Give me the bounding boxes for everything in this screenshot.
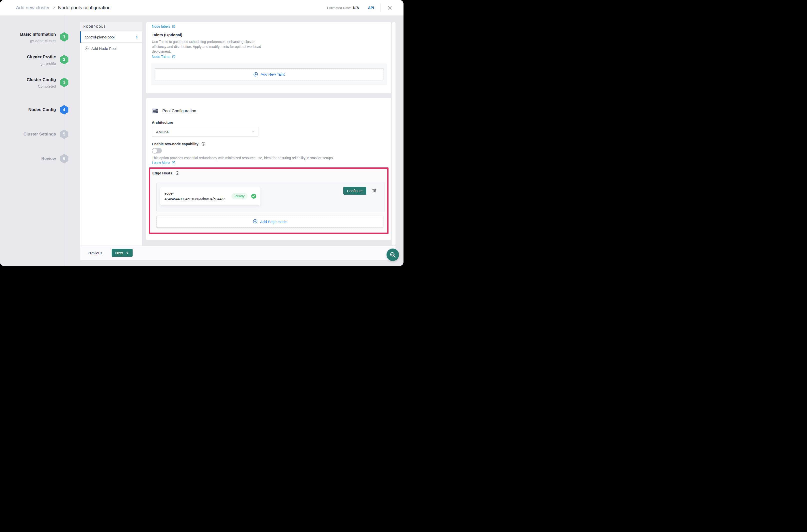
- two-node-label: Enable two-node capability: [152, 142, 199, 146]
- taints-heading: Taints (Optional): [152, 33, 182, 37]
- info-icon[interactable]: [175, 171, 180, 175]
- external-link-icon: [172, 25, 176, 28]
- taints-list-zone: Add New Taint: [151, 63, 387, 86]
- next-button[interactable]: Next: [112, 249, 133, 257]
- stepper-step-review[interactable]: Review: [0, 156, 56, 161]
- chevron-right-icon: [134, 35, 139, 39]
- info-icon[interactable]: [201, 142, 205, 146]
- breadcrumb-separator: >: [53, 5, 55, 10]
- step-title: Cluster Config: [0, 77, 56, 82]
- stepper-step-cluster-settings[interactable]: Cluster Settings: [0, 132, 56, 137]
- add-node-pool-button[interactable]: Add Node Pool: [80, 43, 142, 54]
- header-actions: Estimated Rate: N/A API: [327, 3, 403, 12]
- step-title: Nodes Config: [0, 107, 56, 112]
- architecture-value: AMD64: [152, 130, 168, 134]
- external-link-icon: [172, 55, 176, 58]
- nodepools-header: NODEPOOLS: [80, 22, 142, 32]
- pool-configuration-header: Pool Configuration: [152, 108, 196, 114]
- server-stack-icon: [152, 108, 159, 114]
- learn-more-label: Learn More: [152, 161, 170, 165]
- status-badge: Ready: [232, 193, 247, 200]
- node-taints-link[interactable]: Node Taints: [152, 55, 176, 59]
- edge-hosts-highlight-zone: Edge Hosts edge-4c4c4544003450108033b6c0…: [149, 167, 388, 234]
- close-icon[interactable]: [387, 5, 392, 11]
- step-title: Review: [0, 156, 56, 161]
- plus-circle-icon: [253, 219, 258, 225]
- step-hexagon-1: 1: [60, 32, 69, 42]
- step-hexagon-2: 2: [60, 55, 69, 64]
- step-title: Cluster Settings: [0, 132, 56, 137]
- edge-hosts-list: edge-4c4c4544003450108033b6c04f504432 Re…: [156, 182, 385, 212]
- node-taints-link-label: Node Taints: [152, 55, 170, 59]
- edge-host-name: edge-4c4c4544003450108033b6c04f504432: [165, 191, 231, 202]
- stepper-step-cluster-profile[interactable]: Cluster Profile gs-profile: [0, 54, 56, 66]
- stepper-step-nodes-config[interactable]: Nodes Config: [0, 107, 56, 112]
- step-hexagon-4: 4: [60, 105, 69, 115]
- add-node-pool-label: Add Node Pool: [91, 46, 116, 51]
- step-hexagon-3: 3: [60, 78, 69, 87]
- node-labels-link-label: Node labels: [152, 24, 170, 28]
- add-edge-hosts-label: Add Edge Hosts: [260, 220, 287, 224]
- header-divider: [381, 3, 381, 12]
- previous-button[interactable]: Previous: [88, 251, 102, 255]
- trash-icon[interactable]: [372, 188, 377, 193]
- learn-more-link[interactable]: Learn More: [152, 161, 175, 165]
- stepper-line: [64, 16, 65, 266]
- edge-hosts-label-row: Edge Hosts: [152, 171, 180, 175]
- edge-host-card[interactable]: edge-4c4c4544003450108033b6c04f504432 Re…: [160, 187, 260, 205]
- external-link-icon: [171, 161, 175, 165]
- check-circle-icon: [251, 193, 256, 199]
- stepper-step-cluster-config[interactable]: Cluster Config Completed: [0, 77, 56, 89]
- stepper-step-basic-information[interactable]: Basic Information gs-edge-cluster: [0, 32, 56, 43]
- wizard-header: Add new cluster > Node pools configurati…: [0, 0, 403, 16]
- estimated-rate-label: Estimated Rate:: [327, 6, 351, 10]
- add-new-taint-button[interactable]: Add New Taint: [154, 68, 384, 80]
- estimated-rate-value: N/A: [353, 6, 359, 10]
- scrollbar-track[interactable]: [392, 22, 396, 246]
- breadcrumb-parent[interactable]: Add new cluster: [16, 5, 50, 11]
- architecture-select[interactable]: AMD64: [152, 127, 258, 137]
- nodepool-item-control-plane-pool[interactable]: control-plane-pool: [80, 32, 142, 43]
- two-node-toggle[interactable]: [152, 148, 162, 153]
- wizard-stepper: Basic Information gs-edge-cluster Cluste…: [0, 16, 72, 266]
- edge-hosts-label: Edge Hosts: [152, 171, 172, 175]
- step-title: Cluster Profile: [0, 54, 56, 60]
- plus-circle-icon: [85, 46, 89, 51]
- step-subtitle: Completed: [0, 84, 56, 89]
- architecture-label: Architecture: [152, 120, 173, 125]
- add-cluster-wizard-window: Add new cluster > Node pools configurati…: [0, 0, 403, 266]
- step-subtitle: gs-edge-cluster: [0, 38, 56, 43]
- wizard-footer: Previous Next: [80, 246, 396, 260]
- breadcrumb-current: Node pools configuration: [58, 5, 111, 11]
- arrow-right-icon: [125, 251, 129, 255]
- pool-configuration-title: Pool Configuration: [162, 109, 196, 113]
- api-link[interactable]: API: [368, 6, 374, 10]
- next-button-label: Next: [115, 251, 123, 255]
- nodepool-name: control-plane-pool: [81, 35, 115, 39]
- nodepools-panel: NODEPOOLS control-plane-pool Add Node Po…: [80, 22, 142, 246]
- toggle-knob: [152, 149, 157, 153]
- configure-button[interactable]: Configure: [343, 187, 366, 195]
- help-search-button[interactable]: [386, 249, 399, 261]
- step-subtitle: gs-profile: [0, 61, 56, 66]
- step-title: Basic Information: [0, 32, 56, 37]
- two-node-row: Enable two-node capability: [152, 142, 205, 146]
- step-hexagon-6: 6: [60, 154, 69, 164]
- chevron-down-icon: [251, 130, 255, 134]
- add-new-taint-label: Add New Taint: [261, 72, 285, 76]
- two-node-description: This option provides essential redundanc…: [152, 156, 334, 160]
- add-edge-hosts-button[interactable]: Add Edge Hosts: [156, 215, 384, 228]
- step-hexagon-5: 5: [60, 130, 69, 139]
- breadcrumb: Add new cluster > Node pools configurati…: [16, 5, 111, 11]
- node-labels-link[interactable]: Node labels: [152, 24, 176, 28]
- taints-card: Node labels Taints (Optional) Use Taints…: [146, 22, 391, 94]
- taints-description: Use Taints to guide pod scheduling prefe…: [152, 39, 268, 54]
- pool-configuration-card: Pool Configuration Architecture AMD64 En…: [146, 98, 391, 240]
- plus-circle-icon: [253, 72, 258, 77]
- magnifier-smile-icon: [389, 251, 396, 258]
